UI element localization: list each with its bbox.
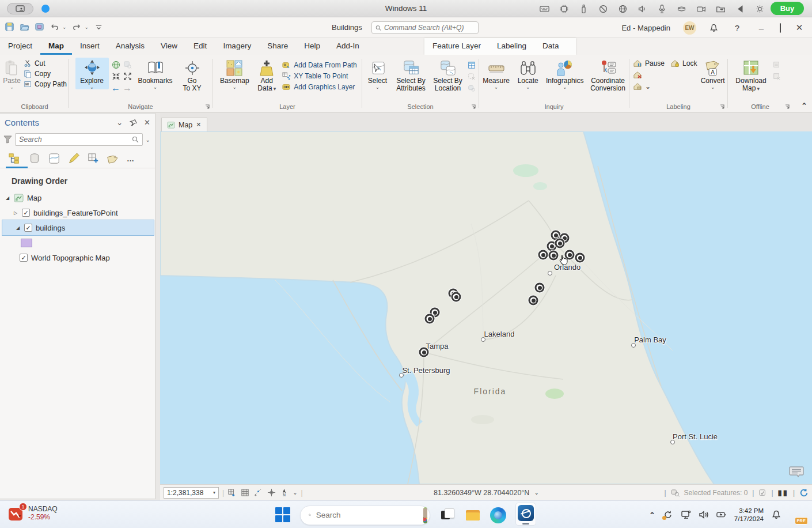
tab-add-in[interactable]: Add-In xyxy=(328,38,367,55)
settings-gear-icon[interactable] xyxy=(755,4,765,14)
building-point-marker[interactable] xyxy=(538,250,548,260)
search-options-chevron[interactable]: ⌄ xyxy=(146,137,150,143)
next-extent-button[interactable]: → xyxy=(123,83,132,93)
display-connect-icon[interactable] xyxy=(681,510,691,520)
command-search-box[interactable] xyxy=(371,21,479,34)
copy-button[interactable]: Copy xyxy=(24,70,67,78)
previous-extent-zoom-button[interactable] xyxy=(123,60,132,70)
customize-quick-access-icon[interactable] xyxy=(94,22,104,32)
locate-button[interactable]: Locate ⌄ xyxy=(514,58,541,89)
layer-checkbox[interactable]: ✓ xyxy=(20,254,28,262)
remove-map-button[interactable] xyxy=(772,71,781,81)
layer-row-buildings-featuretopoint[interactable]: ▷ ✓ buildings_FeatureToPoint xyxy=(0,205,155,220)
signed-in-user[interactable]: Ed - Mappedin xyxy=(621,24,670,32)
open-project-icon[interactable] xyxy=(20,22,29,32)
notifications-bell-icon[interactable] xyxy=(709,23,719,33)
close-pane-icon[interactable]: ✕ xyxy=(144,118,150,127)
hidden-icons-chevron[interactable]: ⌃ xyxy=(649,511,655,519)
pane-menu-chevron[interactable]: ⌄ xyxy=(116,118,123,127)
tab-edit[interactable]: Edit xyxy=(185,38,215,55)
basemap-button[interactable]: Basemap ⌄ xyxy=(218,58,251,89)
convert-labels-button[interactable]: A Convert ⌄ xyxy=(699,58,726,89)
select-tool-status-icon[interactable] xyxy=(758,489,767,497)
sync-map-button[interactable] xyxy=(772,60,781,70)
widgets-button[interactable]: 1 NASDAQ -2.59% xyxy=(8,505,58,521)
layer-row-buildings[interactable]: ◢ ✓ buildings xyxy=(2,220,154,235)
more-tabs-button[interactable]: … xyxy=(127,154,135,163)
buildings-symbol-swatch[interactable] xyxy=(21,239,32,247)
lock-labeling-button[interactable]: Lock xyxy=(670,59,697,67)
tab-help[interactable]: Help xyxy=(296,38,328,55)
drawing-order-tab-icon[interactable] xyxy=(8,153,21,164)
help-button[interactable]: ? xyxy=(731,23,743,33)
attributes-button[interactable] xyxy=(467,60,477,70)
search-highlight-image[interactable] xyxy=(423,507,427,523)
volume-icon[interactable] xyxy=(638,4,647,14)
microphone-icon[interactable] xyxy=(657,4,667,14)
minimize-button[interactable]: – xyxy=(756,23,767,33)
measure-button[interactable]: Measure ⌄ xyxy=(480,58,512,89)
selection-tab-icon[interactable] xyxy=(48,153,60,164)
start-button[interactable] xyxy=(275,507,291,523)
bookmarks-button[interactable]: Bookmarks ⌄ xyxy=(135,58,176,89)
offline-dialog-launcher[interactable] xyxy=(784,104,790,110)
tab-data[interactable]: Data xyxy=(534,38,567,55)
previous-extent-button[interactable]: ← xyxy=(111,83,121,93)
pane-splitter[interactable] xyxy=(155,113,160,500)
tab-feature-layer[interactable]: Feature Layer xyxy=(424,38,489,55)
tab-view[interactable]: View xyxy=(153,38,185,55)
copy-path-button[interactable]: Copy Path xyxy=(24,80,67,88)
new-bookmark-icon[interactable] xyxy=(227,488,236,497)
tab-labeling[interactable]: Labeling xyxy=(489,38,534,55)
add-graphics-layer-button[interactable]: Add Graphics Layer xyxy=(282,82,356,91)
cut-button[interactable]: Cut xyxy=(24,59,67,67)
map-scale-select[interactable]: 1:2,381,338 ▾ xyxy=(164,487,219,499)
grid-icon[interactable] xyxy=(241,488,249,497)
editing-tab-icon[interactable] xyxy=(68,153,79,164)
camera-icon[interactable] xyxy=(696,4,706,14)
building-point-marker[interactable] xyxy=(451,292,461,302)
save-package-icon[interactable] xyxy=(35,22,44,32)
download-map-button[interactable]: Download Map▾ xyxy=(733,58,769,92)
add-data-from-path-button[interactable]: Add Data From Path xyxy=(282,61,356,69)
user-avatar[interactable]: EW xyxy=(683,21,696,35)
globe-icon[interactable] xyxy=(618,4,628,14)
layer-checkbox[interactable]: ✓ xyxy=(22,209,30,217)
data-source-tab-icon[interactable] xyxy=(29,153,40,164)
notification-bell-icon[interactable] xyxy=(771,510,781,520)
refresh-map-button[interactable] xyxy=(799,488,809,497)
battery-icon[interactable] xyxy=(716,510,727,520)
map-view-tab[interactable]: Map ✕ xyxy=(161,118,207,131)
taskbar-search-box[interactable] xyxy=(300,506,430,525)
layer-row-map[interactable]: ◢ Map xyxy=(0,190,155,205)
layer-row-world-topographic[interactable]: ✓ World Topographic Map xyxy=(0,250,155,265)
contents-search-input[interactable] xyxy=(19,135,130,144)
undo-icon[interactable] xyxy=(50,22,59,32)
building-point-marker[interactable] xyxy=(419,348,429,357)
redo-dropdown[interactable]: ⌄ xyxy=(85,24,89,30)
usb-icon[interactable] xyxy=(579,4,589,14)
layer-checkbox[interactable]: ✓ xyxy=(24,224,32,232)
full-extent-button[interactable] xyxy=(111,60,121,70)
paste-button[interactable]: Paste ⌄ xyxy=(2,58,21,89)
play-back-icon[interactable] xyxy=(735,4,745,14)
north-options-chevron[interactable]: ⌄ xyxy=(293,489,297,496)
building-point-marker[interactable] xyxy=(575,253,585,263)
layer-row-buildings-symbol[interactable] xyxy=(0,235,155,250)
pin-icon[interactable] xyxy=(130,119,137,126)
command-search-input[interactable] xyxy=(384,24,475,32)
close-map-tab-icon[interactable]: ✕ xyxy=(196,121,201,129)
tab-share[interactable]: Share xyxy=(259,38,296,55)
tab-analysis[interactable]: Analysis xyxy=(108,38,153,55)
building-point-marker[interactable] xyxy=(555,239,565,248)
building-point-marker[interactable] xyxy=(535,283,545,293)
go-to-xy-button[interactable]: Go To XY xyxy=(179,58,206,92)
network-blocked-icon[interactable] xyxy=(598,4,608,14)
selection-tools-button[interactable] xyxy=(467,83,477,93)
select-by-attributes-button[interactable]: Select By Attributes xyxy=(393,58,429,92)
tab-project[interactable]: Project xyxy=(0,38,40,55)
task-view-button[interactable] xyxy=(439,507,456,523)
building-point-marker[interactable] xyxy=(425,314,435,324)
arcgis-pro-app-button[interactable] xyxy=(515,503,536,526)
undo-dropdown[interactable]: ⌄ xyxy=(62,24,67,30)
